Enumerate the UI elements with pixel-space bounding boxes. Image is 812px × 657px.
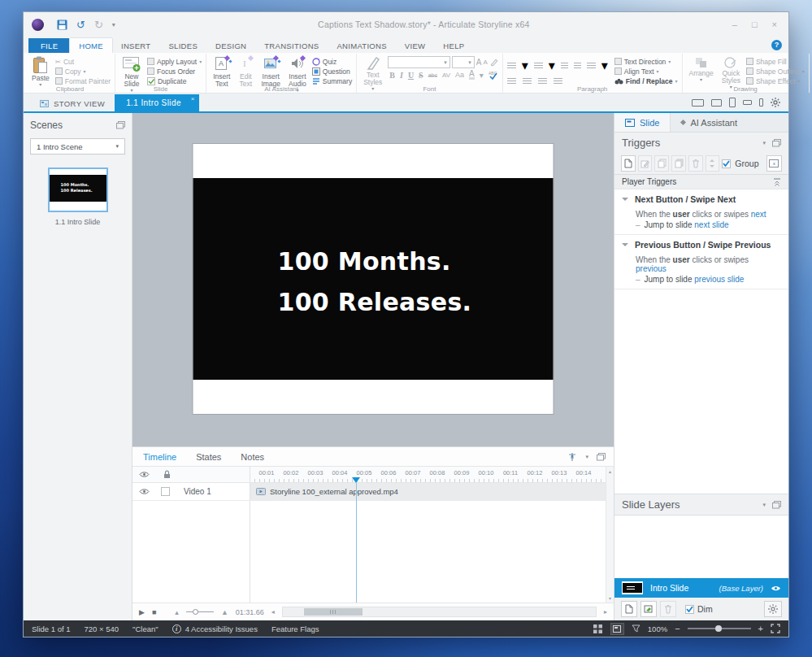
zoom-out-button[interactable]: − (675, 624, 680, 633)
paste-trigger-button[interactable] (671, 155, 686, 172)
lock-all-icon[interactable] (163, 470, 171, 479)
timeline-zoom-knob[interactable] (193, 609, 198, 615)
trigger-condition[interactable]: When the user clicks or swipes previous (614, 253, 788, 274)
bold-button[interactable]: B (389, 71, 395, 80)
tab-file[interactable]: FILE (28, 38, 70, 53)
italic-button[interactable]: I (400, 71, 403, 80)
question-button[interactable]: Question (312, 67, 352, 76)
trigger-condition[interactable]: When the user clicks or swipes next (614, 207, 788, 220)
text-direction-button[interactable]: Text Direction▾ (614, 57, 678, 66)
collapse-all-icon[interactable] (773, 178, 781, 186)
base-layer-row[interactable]: Intro Slide (Base Layer) (614, 578, 788, 598)
edit-trigger-button[interactable] (638, 155, 653, 172)
accessibility-issues[interactable]: i 4 Accessibility Issues (172, 624, 258, 633)
scene-selector[interactable]: 1 Intro Scene ▾ (30, 138, 125, 154)
quiz-button[interactable]: Quiz (312, 57, 352, 66)
duplicate-layer-button[interactable] (640, 601, 657, 617)
summary-button[interactable]: Summary (312, 76, 352, 85)
zoom-in-button[interactable]: + (758, 624, 763, 633)
copy-trigger-button[interactable] (654, 155, 669, 172)
ai-assistant-panel-tab[interactable]: AI Assistant (671, 113, 747, 132)
delete-trigger-button[interactable] (688, 155, 703, 172)
align-center-icon[interactable] (523, 78, 532, 85)
panel-dock-icon[interactable] (116, 121, 125, 129)
align-right-icon[interactable] (538, 78, 547, 85)
line-spacing-icon[interactable] (587, 63, 596, 69)
subscript-button[interactable]: abc (428, 72, 437, 78)
group-checkbox[interactable] (722, 159, 731, 168)
trigger-group-previous[interactable]: Previous Button / Swipe Previous (614, 235, 788, 253)
maximize-button[interactable]: □ (752, 20, 758, 29)
zoom-slider[interactable] (688, 628, 751, 629)
insert-image-button[interactable]: Insert Image (258, 55, 283, 89)
slide-thumbnail[interactable]: 100 Months. 100 Releases. (48, 168, 108, 212)
trigger-event-link[interactable]: previous (636, 264, 667, 273)
layer-visibility-eye-icon[interactable] (771, 585, 781, 592)
tab-slides[interactable]: SLIDES (159, 38, 206, 53)
states-tab[interactable]: States (196, 452, 221, 462)
close-button[interactable]: × (772, 20, 777, 29)
decrease-indent-icon[interactable] (561, 63, 568, 69)
insert-text-button[interactable]: A Insert Text (211, 55, 232, 89)
font-size-select[interactable]: ▾ (452, 56, 475, 68)
undo-button[interactable]: ↺ (76, 19, 85, 31)
tablet-landscape-icon[interactable] (711, 99, 722, 107)
tab-transitions[interactable]: TRANSITIONS (255, 38, 328, 53)
layers-dock-icon[interactable] (772, 501, 781, 509)
help-icon[interactable]: ? (771, 40, 782, 50)
timeline-dock-icon[interactable] (597, 453, 606, 461)
playhead-marker[interactable] (352, 477, 360, 483)
tab-home[interactable]: HOME (70, 38, 112, 53)
collapse-triangle-icon[interactable] (622, 243, 628, 246)
change-case-button[interactable]: Aa (455, 71, 464, 79)
layer-properties-gear-button[interactable] (764, 601, 782, 617)
tab-animations[interactable]: ANIMATIONS (328, 38, 395, 53)
grow-font-button[interactable]: A (476, 58, 482, 67)
notes-tab[interactable]: Notes (241, 452, 264, 462)
shape-outline-button[interactable]: Shape Outline▾ (746, 67, 805, 76)
timeline-tracks-area[interactable] (132, 501, 614, 603)
paste-button[interactable]: Paste ▾ (29, 55, 52, 88)
trigger-target-link[interactable]: previous slide (694, 275, 744, 284)
scrollbar-thumb[interactable] (304, 608, 363, 616)
timeline-row-video[interactable]: Video 1 Storyline 100_external approved.… (132, 483, 614, 501)
fit-to-window-icon[interactable] (771, 624, 780, 633)
clear-formatting-icon[interactable] (489, 58, 498, 67)
stop-button[interactable]: ■ (152, 608, 156, 616)
show-hide-all-eye-icon[interactable] (139, 471, 150, 478)
timeline-zoom-slider[interactable] (186, 611, 214, 612)
tab-help[interactable]: HELP (434, 38, 473, 53)
video-clip-bar[interactable]: Storyline 100_external approved.mp4 (250, 483, 606, 500)
scroll-right-arrow[interactable]: ▸ (604, 608, 607, 616)
new-trigger-button[interactable] (621, 155, 636, 172)
shrink-font-button[interactable]: A (483, 59, 487, 66)
video-object[interactable]: 100 Months. 100 Releases. (193, 178, 554, 380)
feature-flags[interactable]: Feature Flags (271, 624, 319, 633)
numbering-icon[interactable] (534, 63, 543, 69)
tab-view[interactable]: VIEW (396, 38, 434, 53)
slide-tab-active[interactable]: 1.1 Intro Slide × (115, 94, 199, 111)
collapse-triangle-icon[interactable] (622, 198, 628, 201)
timeline-horizontal-scrollbar[interactable] (282, 607, 597, 617)
copy-button[interactable]: Copy▾ (55, 67, 111, 76)
manage-variables-button[interactable]: x (766, 155, 782, 172)
tablet-portrait-icon[interactable] (729, 98, 736, 107)
reorder-trigger-button[interactable] (706, 155, 720, 172)
timeline-tab[interactable]: Timeline (143, 452, 176, 462)
preview-settings-gear-icon[interactable] (771, 98, 780, 107)
align-playhead-icon[interactable] (567, 452, 577, 462)
layers-list[interactable] (614, 515, 788, 578)
slide-view-icon[interactable] (610, 623, 624, 635)
trigger-group-next[interactable]: Next Button / Swipe Next (614, 189, 788, 207)
timeline-zoom-out-icon[interactable]: ▴ (175, 608, 179, 616)
triggers-dock-icon[interactable] (772, 139, 781, 147)
duplicate-button[interactable]: Duplicate (147, 76, 202, 85)
increase-indent-icon[interactable] (574, 63, 581, 69)
dim-checkbox[interactable] (685, 605, 694, 614)
cut-button[interactable]: ✂Cut (55, 57, 111, 66)
layers-menu-icon[interactable]: ▾ (762, 502, 766, 508)
trigger-action[interactable]: –Jump to slide previous slide (614, 274, 788, 289)
arrange-button[interactable]: Arrange▾ (687, 55, 716, 83)
tab-insert[interactable]: INSERT (112, 38, 159, 53)
underline-button[interactable]: U (408, 71, 414, 80)
